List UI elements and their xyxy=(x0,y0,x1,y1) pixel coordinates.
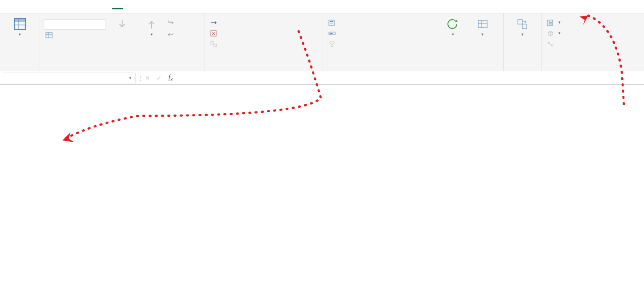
tab-formulas[interactable] xyxy=(48,4,59,9)
tab-page-layout[interactable] xyxy=(37,4,48,9)
expand-field-icon[interactable]: + xyxy=(168,20,175,27)
ribbon: ▾ xyxy=(0,13,644,71)
group-label-calc xyxy=(545,67,640,70)
olap-icon xyxy=(547,30,554,37)
field-settings-button[interactable] xyxy=(44,30,106,40)
insert-timeline-button[interactable] xyxy=(327,29,340,38)
relationships-button xyxy=(545,39,562,49)
svg-line-28 xyxy=(549,43,552,45)
pivot-table-button[interactable]: ▾ xyxy=(7,15,33,39)
accept-formula-button: ✓ xyxy=(153,73,165,83)
divider: ⋮ xyxy=(137,74,142,82)
dropdown-icon: ▾ xyxy=(481,32,484,37)
pivot-table-icon xyxy=(13,17,27,31)
field-settings-icon xyxy=(45,32,53,39)
tab-insert[interactable] xyxy=(27,4,37,9)
collapse-field-icon[interactable]: − xyxy=(168,32,175,39)
refresh-icon xyxy=(446,17,460,31)
svg-rect-18 xyxy=(330,33,332,34)
svg-rect-22 xyxy=(518,20,522,24)
ungroup-icon xyxy=(210,30,217,37)
group-label-filter xyxy=(327,67,428,70)
tab-power-pivot[interactable] xyxy=(102,4,112,9)
group-label-group xyxy=(209,67,319,70)
tab-view[interactable] xyxy=(80,4,91,9)
filter-connections-icon xyxy=(328,41,336,48)
refresh-button[interactable]: ▾ xyxy=(440,15,467,39)
tab-design[interactable] xyxy=(123,4,134,9)
filter-connections-button xyxy=(327,39,340,49)
group-field-icon xyxy=(210,41,217,48)
svg-rect-23 xyxy=(522,24,527,29)
svg-rect-12 xyxy=(211,41,213,44)
name-box-dropdown-icon[interactable]: ▾ xyxy=(129,76,131,80)
name-box[interactable]: ▾ xyxy=(2,73,135,83)
svg-text:+: + xyxy=(168,20,170,23)
tab-review[interactable] xyxy=(70,4,80,9)
actions-icon xyxy=(515,17,529,31)
group-label-data xyxy=(436,67,500,70)
dropdown-icon: ▾ xyxy=(452,32,454,37)
slicer-icon xyxy=(328,19,336,26)
group-label-active-field xyxy=(44,67,201,70)
svg-rect-4 xyxy=(46,33,52,38)
relationships-icon xyxy=(547,41,554,48)
svg-rect-13 xyxy=(214,44,217,47)
group-selection-button[interactable] xyxy=(209,18,222,28)
olap-tools-button: ▾ xyxy=(545,29,562,38)
insert-function-button[interactable]: fx xyxy=(165,73,176,83)
timeline-icon xyxy=(328,30,336,37)
actions-button[interactable]: ▾ xyxy=(509,15,536,39)
tab-home[interactable] xyxy=(16,4,27,9)
formula-input[interactable] xyxy=(176,74,644,82)
dropdown-icon: ▾ xyxy=(558,31,561,35)
drill-up-icon xyxy=(144,17,159,31)
cancel-formula-button: ✕ xyxy=(142,73,153,83)
tab-file[interactable] xyxy=(5,4,16,9)
drill-down-icon xyxy=(115,17,129,31)
dropdown-icon: ▾ xyxy=(558,20,561,25)
dropdown-icon: ▾ xyxy=(19,32,21,37)
fields-items-sets-button[interactable]: fx ▾ xyxy=(545,18,562,28)
data-source-icon xyxy=(476,17,490,31)
svg-text:fx: fx xyxy=(549,20,552,25)
svg-rect-19 xyxy=(478,20,487,28)
dropdown-icon: ▾ xyxy=(521,32,524,37)
fields-items-icon: fx xyxy=(547,19,554,26)
tab-data[interactable] xyxy=(59,4,70,9)
active-field-input[interactable] xyxy=(44,20,106,29)
ribbon-tabs xyxy=(0,0,644,13)
ungroup-button[interactable] xyxy=(209,29,222,38)
drill-down-button xyxy=(109,15,135,34)
group-label-pivot xyxy=(4,67,36,70)
formula-bar: ▾ ⋮ ✕ ✓ fx xyxy=(0,71,644,85)
active-field-label xyxy=(44,17,106,19)
data-source-button[interactable]: ▾ xyxy=(469,15,496,39)
group-selection-icon xyxy=(210,19,217,26)
group-label-actions xyxy=(507,67,537,70)
tab-help[interactable] xyxy=(91,4,102,9)
insert-slicer-button[interactable] xyxy=(327,18,340,28)
svg-text:−: − xyxy=(172,32,174,35)
fx-icon: fx xyxy=(168,74,173,82)
dropdown-icon: ▾ xyxy=(151,32,153,37)
svg-rect-1 xyxy=(15,19,25,22)
svg-rect-15 xyxy=(330,21,333,22)
drill-up-button: ▾ xyxy=(138,15,165,39)
group-field-button xyxy=(209,39,222,49)
tab-pivot-analyze[interactable] xyxy=(112,4,123,9)
svg-rect-16 xyxy=(330,23,333,24)
